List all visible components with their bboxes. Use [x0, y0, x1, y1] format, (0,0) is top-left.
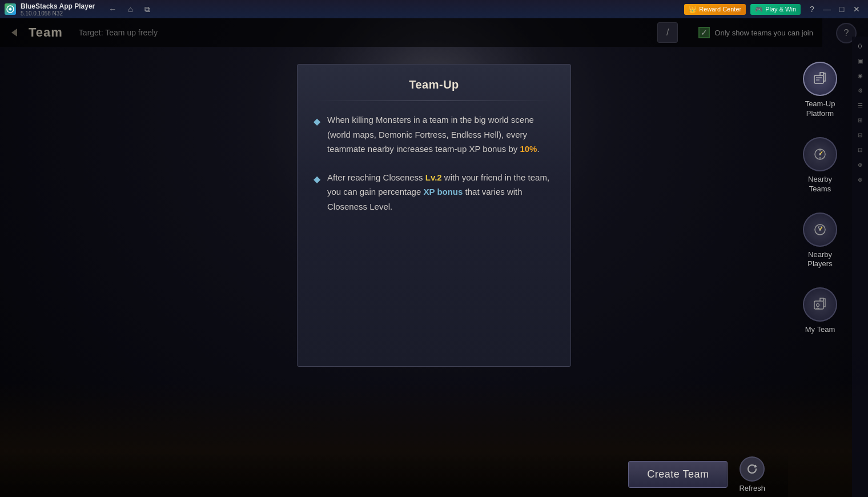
- play-icon: 🎮: [755, 6, 763, 13]
- refresh-icon: [740, 456, 765, 482]
- sidebar-label-nearby-players: NearbyPlayers: [807, 250, 832, 270]
- app-name: BlueStacks App Player: [21, 2, 95, 10]
- minimize-btn[interactable]: —: [820, 2, 834, 16]
- modal-text-2: After reaching Closeness Lv.2 with your …: [327, 170, 554, 214]
- bottom-bar: Create Team Refresh: [0, 451, 788, 497]
- crown-icon: 👑: [689, 6, 697, 13]
- titlebar-right: 👑 Reward Center 🎮 Play & Win ? — □ ✕: [684, 2, 863, 16]
- far-right-icon-6[interactable]: ⊞: [853, 113, 867, 127]
- sidebar-label-teamup-platform: Team-UpPlatform: [805, 99, 835, 119]
- highlight-10-percent: 10%: [520, 144, 537, 154]
- svg-point-13: [817, 304, 819, 307]
- highlight-lv2: Lv.2: [425, 173, 442, 182]
- sidebar-item-nearby-teams[interactable]: NearbyTeams: [788, 128, 852, 203]
- play-win-label: Play & Win: [765, 6, 796, 13]
- modal-text-1-pre: When killing Monsters in a team in the b…: [327, 115, 534, 154]
- nearby-teams-icon: [803, 137, 837, 171]
- nav-back-btn[interactable]: ←: [106, 3, 119, 15]
- far-right-icon-7[interactable]: ⊟: [853, 128, 867, 142]
- titlebar-left: BlueStacks App Player 5.10.0.1058 N32 ← …: [5, 2, 152, 17]
- modal-text-1: When killing Monsters in a team in the b…: [327, 113, 554, 157]
- modal-item-1: ◆ When killing Monsters in a team in the…: [314, 113, 554, 157]
- modal-overlay: Team-Up ◆ When killing Monsters in a tea…: [0, 18, 868, 497]
- sidebar-item-nearby-players[interactable]: NearbyPlayers: [788, 203, 852, 279]
- far-right-bar: ⟨⟩ ▣ ◉ ⚙ ☰ ⊞ ⊟ ⊡ ⊕ ⊗: [852, 37, 868, 497]
- teamup-modal: Team-Up ◆ When killing Monsters in a tea…: [297, 64, 571, 367]
- my-team-icon: [803, 287, 837, 322]
- play-win-button[interactable]: 🎮 Play & Win: [750, 4, 801, 15]
- titlebar-controls: ? — □ ✕: [805, 2, 863, 16]
- far-right-icon-8[interactable]: ⊡: [853, 143, 867, 157]
- sidebar-item-my-team[interactable]: My Team: [788, 278, 852, 344]
- far-right-icon-4[interactable]: ⚙: [853, 83, 867, 97]
- modal-divider: [314, 101, 554, 101]
- titlebar-nav: ← ⌂ ⧉: [106, 3, 152, 15]
- reward-center-button[interactable]: 👑 Reward Center: [684, 4, 746, 15]
- app-version: 5.10.0.1058 N32: [21, 10, 95, 17]
- app-logo: [5, 3, 16, 15]
- modal-content: ◆ When killing Monsters in a team in the…: [314, 113, 554, 214]
- modal-title: Team-Up: [314, 78, 554, 91]
- highlight-xp-bonus: XP bonus: [423, 187, 463, 197]
- far-right-icon-5[interactable]: ☰: [853, 98, 867, 112]
- maximize-btn[interactable]: □: [835, 2, 849, 16]
- far-right-icon-1[interactable]: ⟨⟩: [853, 39, 867, 53]
- titlebar: BlueStacks App Player 5.10.0.1058 N32 ← …: [0, 0, 868, 18]
- svg-rect-2: [814, 75, 823, 83]
- reward-center-label: Reward Center: [699, 6, 741, 13]
- bullet-icon-1: ◆: [314, 114, 320, 157]
- bullet-icon-2: ◆: [314, 171, 320, 214]
- create-team-button[interactable]: Create Team: [628, 461, 728, 488]
- teamup-platform-icon: [803, 62, 837, 96]
- nav-home-btn[interactable]: ⌂: [126, 3, 135, 15]
- sidebar-label-my-team: My Team: [805, 325, 835, 335]
- nav-copy-btn[interactable]: ⧉: [142, 3, 152, 15]
- sidebar-item-teamup-platform[interactable]: Team-UpPlatform: [788, 53, 852, 128]
- far-right-icon-10[interactable]: ⊗: [853, 173, 867, 186]
- refresh-label: Refresh: [739, 484, 765, 492]
- modal-item-2: ◆ After reaching Closeness Lv.2 with you…: [314, 170, 554, 214]
- refresh-button[interactable]: Refresh: [739, 456, 765, 492]
- nearby-players-icon: [803, 213, 837, 247]
- right-sidebar: Team-UpPlatform NearbyTeams: [788, 47, 852, 497]
- far-right-icon-3[interactable]: ◉: [853, 69, 867, 82]
- help-ctrl-btn[interactable]: ?: [805, 2, 819, 16]
- far-right-icon-2[interactable]: ▣: [853, 54, 867, 67]
- far-right-icon-9[interactable]: ⊕: [853, 158, 867, 171]
- sidebar-label-nearby-teams: NearbyTeams: [808, 175, 832, 194]
- modal-text-2-pre: After reaching Closeness: [327, 173, 425, 182]
- close-btn[interactable]: ✕: [850, 2, 863, 16]
- game-area: Team Target: Team up freely / ✓ Only sho…: [0, 18, 868, 497]
- modal-text-1-post: .: [537, 144, 539, 154]
